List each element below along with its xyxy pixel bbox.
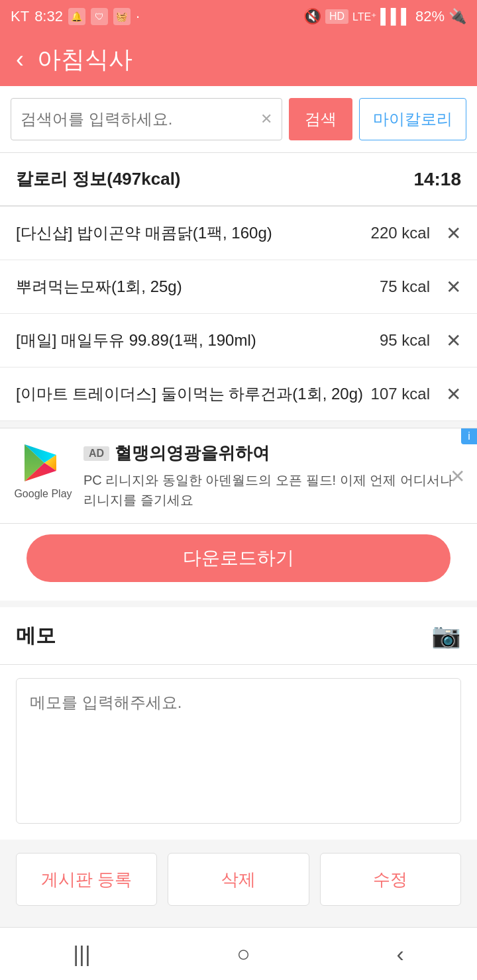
search-bar: ✕ 검색 마이칼로리 <box>0 86 477 153</box>
camera-icon[interactable]: 📷 <box>431 622 461 650</box>
lte-badge: LTE⁺ <box>352 11 376 23</box>
food-name: [이마트 트레이더스] 둘이먹는 하루건과(1회, 20g) <box>16 382 371 406</box>
food-item: 뿌려먹는모짜(1회, 25g) 75 kcal ✕ <box>0 260 477 314</box>
memo-input-wrap <box>0 665 477 840</box>
google-play-logo: Google Play <box>13 442 73 500</box>
bottom-buttons: 게시판 등록 삭제 수정 <box>0 840 477 919</box>
ad-badge: AD <box>83 446 109 461</box>
home-nav-icon[interactable]: ○ <box>237 941 250 967</box>
ad-content: AD 혈맹의영광을위하여 PC 리니지와 동일한 아덴월드의 오픈 필드! 이제… <box>83 442 464 510</box>
food-kcal: 75 kcal <box>380 277 430 296</box>
hd-badge: HD <box>325 9 348 24</box>
delete-food-button[interactable]: ✕ <box>446 276 461 298</box>
delete-food-button[interactable]: ✕ <box>446 330 461 352</box>
memo-header: 메모 📷 <box>0 607 477 665</box>
delete-food-button[interactable]: ✕ <box>446 222 461 244</box>
download-button[interactable]: 다운로드하기 <box>26 534 450 582</box>
google-play-icon <box>22 442 64 484</box>
delete-button[interactable]: 삭제 <box>168 853 309 906</box>
back-nav-icon[interactable]: ‹ <box>396 941 403 967</box>
clear-icon[interactable]: ✕ <box>260 111 272 128</box>
battery-icon: 🔌 <box>449 8 466 25</box>
edit-button[interactable]: 수정 <box>320 853 461 906</box>
register-button[interactable]: 게시판 등록 <box>16 853 157 906</box>
memo-textarea[interactable] <box>16 678 461 824</box>
ad-info-badge: i <box>461 428 477 444</box>
food-item: [다신샵] 밥이곤약 매콤닭(1팩, 160g) 220 kcal ✕ <box>0 207 477 260</box>
food-kcal: 107 kcal <box>371 385 430 403</box>
search-button[interactable]: 검색 <box>289 98 352 140</box>
calorie-info-header: 칼로리 정보(497kcal) 14:18 <box>0 153 477 207</box>
ad-description: PC 리니지와 동일한 아덴월드의 오픈 필드! 이제 언제 어디서나 리니지를… <box>83 470 464 510</box>
download-button-wrap: 다운로드하기 <box>0 524 477 601</box>
calorie-title: 칼로리 정보(497kcal) <box>16 168 181 191</box>
shield-icon: 🛡 <box>91 8 108 25</box>
notification-icon: 🔔 <box>68 8 85 25</box>
food-item: [매일] 매일두유 99.89(1팩, 190ml) 95 kcal ✕ <box>0 314 477 368</box>
my-calorie-button[interactable]: 마이칼로리 <box>359 98 466 140</box>
food-name: [다신샵] 밥이곤약 매콤닭(1팩, 160g) <box>16 221 371 245</box>
memo-title: 메모 <box>16 622 56 650</box>
header: ‹ 아침식사 <box>0 33 477 86</box>
signal-icon: ▌▌▌ <box>380 8 411 25</box>
food-item: [이마트 트레이더스] 둘이먹는 하루건과(1회, 20g) 107 kcal … <box>0 368 477 421</box>
delete-food-button[interactable]: ✕ <box>446 383 461 405</box>
time-text: 8:32 <box>34 8 63 25</box>
google-play-text: Google Play <box>14 488 72 500</box>
search-input[interactable] <box>21 110 260 128</box>
food-kcal: 95 kcal <box>380 331 430 350</box>
navigation-bar: ||| ○ ‹ <box>0 927 477 980</box>
food-name: [매일] 매일두유 99.89(1팩, 190ml) <box>16 328 380 352</box>
status-bar: KT 8:32 🔔 🛡 🧺 · 🔇 HD LTE⁺ ▌▌▌ 82% 🔌 <box>0 0 477 33</box>
food-kcal: 220 kcal <box>371 224 430 242</box>
menu-nav-icon[interactable]: ||| <box>73 941 91 967</box>
food-list: [다신샵] 밥이곤약 매콤닭(1팩, 160g) 220 kcal ✕ 뿌려먹는… <box>0 207 477 421</box>
basket-icon: 🧺 <box>113 8 131 25</box>
food-name: 뿌려먹는모짜(1회, 25g) <box>16 275 380 299</box>
carrier-text: KT <box>11 8 29 25</box>
dot-indicator: · <box>136 8 140 25</box>
calorie-time: 14:18 <box>413 169 461 190</box>
search-input-wrap: ✕ <box>11 98 282 140</box>
ad-title: 혈맹의영광을위하여 <box>115 442 270 465</box>
page-title: 아침식사 <box>37 44 132 76</box>
battery-text: 82% <box>415 8 445 25</box>
memo-section: 메모 📷 <box>0 607 477 840</box>
ad-close-button[interactable]: ✕ <box>450 465 465 487</box>
mute-icon: 🔇 <box>303 8 321 25</box>
ad-banner: i <box>0 428 477 524</box>
back-button[interactable]: ‹ <box>16 48 24 72</box>
